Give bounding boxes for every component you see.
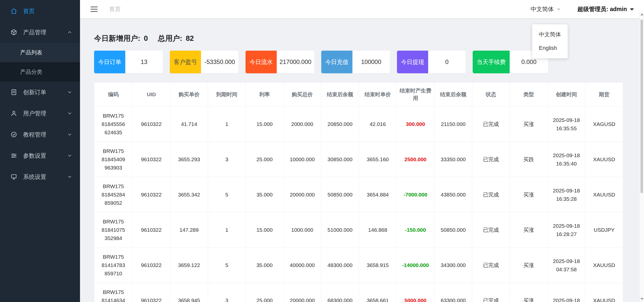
stat-card-label: 今日订单 [94, 51, 125, 73]
home-icon [10, 7, 18, 15]
cell-fee: 5000.000 [397, 283, 434, 302]
cell-expire_time: 1 [208, 107, 246, 142]
table-row: BRW1758184540996390396103223655.293325.0… [94, 142, 623, 177]
cell-buy_total: 10000.000 [284, 142, 321, 177]
language-option-english[interactable]: English [532, 41, 568, 55]
table-header-row: 编码UID购买单价到期时间利率购买总价结束后余额结束时单价结束时产生费用结束后余… [94, 83, 623, 107]
cell-fee: 2500.000 [397, 142, 434, 177]
cell-buy_total: 20000.000 [284, 177, 321, 212]
cell-created_at: 2025-09-18 16:28:27 [548, 212, 585, 248]
column-header: UID [133, 83, 170, 107]
stat-card-value: -53350.000 [201, 51, 238, 73]
cell-futures: USDJPY [585, 212, 623, 248]
admin-account-menu[interactable]: 超级管理员: admin [577, 5, 634, 13]
cell-buy_total: 1000.000 [284, 212, 321, 248]
column-header: 利率 [246, 83, 284, 107]
table-row: BRW175818410753529849610322147.289115.00… [94, 212, 623, 248]
scroll-up-arrow-icon[interactable] [640, 13, 643, 15]
cell-created_at: 2025-09-18 16:35:40 [548, 142, 585, 177]
breadcrumb[interactable]: 首页 [109, 5, 121, 13]
sidebar-item-system-settings[interactable]: 系统设置 [0, 166, 80, 187]
stat-card-today-deposit: 今日充值 100000 [321, 51, 390, 73]
cell-buy_total: 20000.000 [284, 283, 321, 302]
stat-card-value: 0 [428, 51, 466, 73]
cell-end_unit_price: 3658.915 [359, 248, 397, 283]
cell-created_at: 2025-09-18 16:35:55 [548, 107, 585, 142]
cell-type: 买涨 [510, 177, 548, 212]
cell-uid: 9610322 [133, 248, 170, 283]
column-header: 结束时产生费用 [397, 83, 434, 107]
menu-toggle-icon[interactable] [90, 5, 98, 13]
column-header: 编码 [94, 83, 133, 107]
stat-card-label: 客户盈亏 [170, 51, 201, 73]
column-header: 到期时间 [208, 83, 246, 107]
cell-end_balance_before: 50850.000 [321, 177, 359, 212]
cell-expire_time: 1 [208, 212, 246, 248]
column-header: 期货 [585, 83, 623, 107]
sidebar-item-label: 教程管理 [23, 131, 46, 139]
cell-end_unit_price: 146.868 [359, 212, 397, 248]
sidebar-item-parameter-settings[interactable]: 参数设置 [0, 145, 80, 166]
sidebar-item-label: 创新订单 [23, 88, 46, 96]
table-row: BRW17581845556624635961032241.714115.000… [94, 107, 623, 142]
orders-icon [10, 88, 18, 96]
sidebar-item-label: 首页 [23, 7, 35, 15]
sidebar-item-product-management[interactable]: 产品管理 [0, 22, 80, 43]
scroll-down-arrow-icon[interactable] [640, 298, 643, 300]
cell-status: 已完成 [472, 212, 510, 248]
cell-end_balance_after: 50850.000 [434, 212, 472, 248]
new-users-value: 0 [144, 33, 148, 44]
page-content: 今日新增用户: 0 总用户: 82 今日订单 13 客户盈亏 -53350.00… [80, 18, 644, 302]
scrollbar-thumb[interactable] [640, 19, 643, 193]
cell-uid: 9610322 [133, 142, 170, 177]
sidebar-item-tutorial-management[interactable]: 教程管理 [0, 124, 80, 145]
params-icon [10, 152, 18, 159]
language-dropdown-menu: 中文简体 English [532, 24, 568, 58]
cell-status: 已完成 [472, 107, 510, 142]
sidebar-submenu-product: 产品列表 产品分类 [0, 43, 80, 82]
system-icon [10, 173, 18, 181]
new-users-label: 今日新增用户: [94, 33, 140, 44]
cell-type: 买涨 [510, 248, 548, 283]
sidebar-item-product-list[interactable]: 产品列表 [0, 43, 80, 62]
cell-expire_time: 5 [208, 248, 246, 283]
sidebar-item-home[interactable]: 首页 [0, 1, 80, 22]
cell-futures: XAGUSD [585, 107, 623, 142]
cell-code: BRW17581414783859710 [94, 248, 133, 283]
cell-type: 买涨 [510, 107, 548, 142]
cell-end_unit_price: 42.016 [359, 107, 397, 142]
cell-end_balance_before: 20850.000 [321, 107, 359, 142]
column-header: 创建时间 [548, 83, 585, 107]
orders-table: 编码UID购买单价到期时间利率购买总价结束后余额结束时单价结束时产生费用结束后余… [94, 82, 623, 302]
cell-fee: -7000.000 [397, 177, 434, 212]
stat-card-label: 今日提现 [397, 51, 428, 73]
sidebar-item-innovation-orders[interactable]: 创新订单 [0, 82, 80, 103]
cell-end_balance_after: 34300.000 [434, 248, 472, 283]
language-selector[interactable]: 中文简体 [531, 5, 561, 13]
sidebar-subitem-label: 产品分类 [20, 68, 42, 76]
cell-buy_price: 147.289 [170, 212, 208, 248]
vertical-scrollbar[interactable] [639, 11, 644, 302]
language-option-chinese[interactable]: 中文简体 [532, 28, 568, 41]
sidebar-item-user-management[interactable]: 用户管理 [0, 103, 80, 124]
top-header: 首页 中文简体 超级管理员: admin [80, 0, 644, 18]
cell-buy_price: 3658.945 [170, 283, 208, 302]
cell-code: BRW17581845409963903 [94, 142, 133, 177]
cell-futures: XAUUSD [585, 177, 623, 212]
chevron-up-icon [67, 29, 72, 35]
table-row: BRW175814146344714296103223658.945325.00… [94, 283, 623, 302]
cell-expire_time: 3 [208, 283, 246, 302]
cell-status: 已完成 [472, 142, 510, 177]
cell-code: BRW17581841075352984 [94, 212, 133, 248]
chevron-down-icon [67, 153, 72, 158]
cell-type: 买跌 [510, 142, 548, 177]
caret-down-icon [630, 8, 634, 11]
cell-buy_price: 41.714 [170, 107, 208, 142]
stat-card-value: 13 [125, 51, 163, 73]
cell-fee: 300.000 [397, 107, 434, 142]
sidebar-item-product-category[interactable]: 产品分类 [0, 62, 80, 82]
cell-end_balance_after: 21150.000 [434, 107, 472, 142]
language-label: 中文简体 [531, 5, 554, 13]
stat-card-label: 当天手续费 [473, 51, 510, 73]
cell-created_at: 2025-09-18 16:35:28 [548, 177, 585, 212]
